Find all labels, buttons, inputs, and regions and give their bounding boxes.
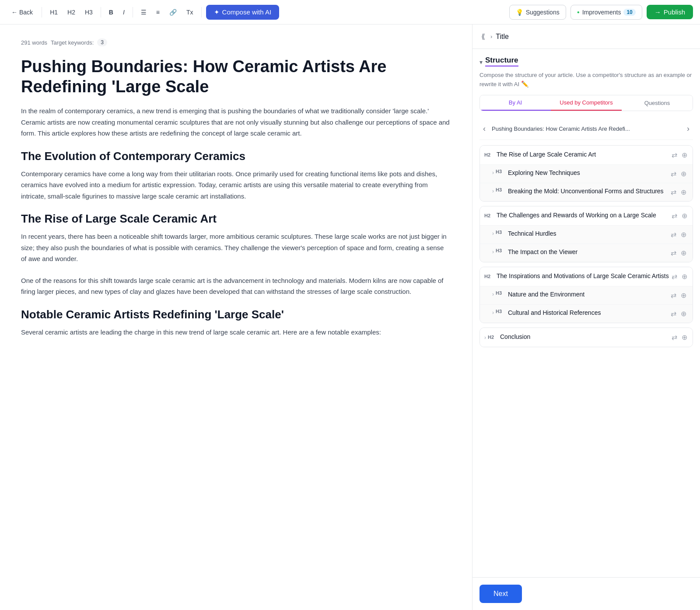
competitor-prev-button[interactable]: ‹ <box>480 122 489 135</box>
clear-format-button[interactable]: Tx <box>183 7 197 18</box>
h2-replace-button-3[interactable]: ⇄ <box>671 272 678 282</box>
h3-text-2-2: The Impact on the Viewer <box>508 248 670 257</box>
bold-button[interactable]: B <box>105 7 117 18</box>
h2-add-button-1[interactable]: ⊕ <box>681 150 688 160</box>
back-arrow-icon: ← <box>11 9 18 16</box>
h3-tag-2-1: H3 <box>496 230 505 235</box>
structure-section: ▾ Structure Compose the structure of you… <box>472 49 700 577</box>
h2-actions-3: ⇄ ⊕ <box>671 272 688 282</box>
structure-group-4: › H2 Conclusion ⇄ ⊕ <box>480 328 693 347</box>
article-h2-3: Notable Ceramic Artists Redefining 'Larg… <box>21 308 451 321</box>
italic-button[interactable]: I <box>119 7 128 18</box>
panel-title-bar: ⟪ › Title <box>472 24 700 49</box>
next-button[interactable]: Next <box>480 585 522 603</box>
back-button[interactable]: ← Back <box>7 6 37 18</box>
improvements-count: 10 <box>623 9 635 16</box>
word-count-text: 291 words <box>21 39 47 46</box>
h3-replace-button-3-2[interactable]: ⇄ <box>670 309 677 319</box>
compose-ai-label: Compose with AI <box>222 8 272 16</box>
h3-replace-button-1-1[interactable]: ⇄ <box>670 169 677 179</box>
toolbar-divider-4 <box>201 7 202 17</box>
h2-text-1: The Rise of Large Scale Ceramic Art <box>497 150 671 159</box>
h3-add-button-3-2[interactable]: ⊕ <box>680 309 687 319</box>
h2-actions-1: ⇄ ⊕ <box>671 150 688 160</box>
h3-replace-button-3-1[interactable]: ⇄ <box>670 290 677 300</box>
suggestions-label: Suggestions <box>526 9 560 16</box>
h3-chevron-2-1: › <box>492 230 494 237</box>
competitor-next-button[interactable]: › <box>683 122 693 135</box>
h2-add-button-3[interactable]: ⊕ <box>681 272 688 282</box>
h3-chevron-2-2: › <box>492 249 494 255</box>
h2-add-button-4[interactable]: ⊕ <box>681 332 688 342</box>
h3-add-button-3-1[interactable]: ⊕ <box>680 290 687 300</box>
panel-footer: Next <box>472 577 700 610</box>
h2-row-3: H2 The Inspirations and Motivations of L… <box>480 267 693 286</box>
h3-tag-3-1: H3 <box>496 290 505 296</box>
h3-tag-1-2: H3 <box>496 187 505 192</box>
conclusion-chevron: › <box>484 335 486 341</box>
h3-replace-button-1-2[interactable]: ⇄ <box>670 187 677 197</box>
suggestions-button[interactable]: 💡 Suggestions <box>509 5 566 20</box>
h3-tag-1-1: H3 <box>496 169 505 174</box>
h3-row-1-1: › H3 Exploring New Techniques ⇄ ⊕ <box>480 164 693 183</box>
right-panel: ⟪ › Title ▾ Structure Compose the struct… <box>472 24 700 610</box>
compose-ai-icon: ✦ <box>214 8 220 16</box>
h3-text-1-2: Breaking the Mold: Unconventional Forms … <box>508 187 670 196</box>
h3-text-2-1: Technical Hurdles <box>508 230 670 238</box>
h2-row-2: H2 The Challenges and Rewards of Working… <box>480 206 693 225</box>
article-body-1: Contemporary ceramics have come a long w… <box>21 168 451 202</box>
h2-tag-2: H2 <box>484 213 494 218</box>
h3-add-button-1-2[interactable]: ⊕ <box>680 187 687 197</box>
h2-actions-4: ⇄ ⊕ <box>671 332 688 342</box>
h3-replace-button-2-1[interactable]: ⇄ <box>670 230 677 240</box>
panel-collapse-button[interactable]: ⟪ <box>480 31 487 42</box>
unordered-list-button[interactable]: ≡ <box>153 7 163 18</box>
h3-add-button-2-2[interactable]: ⊕ <box>680 248 687 258</box>
h2-add-button-2[interactable]: ⊕ <box>681 211 688 221</box>
ordered-list-button[interactable]: ☰ <box>137 7 150 18</box>
back-label: Back <box>19 9 33 16</box>
suggestions-icon: 💡 <box>516 9 523 16</box>
h2-tag-4: H2 <box>488 335 497 340</box>
publish-icon: → <box>654 8 661 16</box>
h2-button[interactable]: H2 <box>64 7 79 18</box>
structure-collapse-button[interactable]: ▾ <box>480 59 483 66</box>
article-h2-1: The Evolution of Contemporary Ceramics <box>21 150 451 163</box>
structure-group-3: H2 The Inspirations and Motivations of L… <box>480 267 693 323</box>
improvements-label: Improvements <box>582 9 621 16</box>
article-title: Pushing Boundaries: How Ceramic Artists … <box>21 57 451 97</box>
h3-add-button-2-1[interactable]: ⊕ <box>680 230 687 240</box>
h2-replace-button-1[interactable]: ⇄ <box>671 150 678 160</box>
h3-replace-button-2-2[interactable]: ⇄ <box>670 248 677 258</box>
tab-used-by-competitors[interactable]: Used by Competitors <box>551 95 622 111</box>
h2-replace-button-2[interactable]: ⇄ <box>671 211 678 221</box>
improvements-dot-icon: ● <box>577 10 580 14</box>
structure-header: ▾ Structure Compose the structure of you… <box>480 56 693 89</box>
h2-replace-button-4[interactable]: ⇄ <box>671 332 678 342</box>
improvements-button[interactable]: ● Improvements 10 <box>570 5 642 20</box>
h3-chevron-1-1: › <box>492 170 494 176</box>
h3-tag-3-2: H3 <box>496 309 505 314</box>
article-intro: In the realm of contemporary ceramics, a… <box>21 105 451 139</box>
h2-actions-2: ⇄ ⊕ <box>671 211 688 221</box>
tab-questions[interactable]: Questions <box>622 95 693 111</box>
h3-actions-3-1: ⇄ ⊕ <box>670 290 687 300</box>
toolbar-right: 💡 Suggestions ● Improvements 10 → Publis… <box>509 5 693 20</box>
h3-actions-2-1: ⇄ ⊕ <box>670 230 687 240</box>
h3-text-3-1: Nature and the Environment <box>508 290 670 299</box>
h1-button[interactable]: H1 <box>46 7 61 18</box>
panel-title-chevron: › <box>490 33 492 40</box>
h3-chevron-1-2: › <box>492 188 494 194</box>
h3-text-3-2: Cultural and Historical References <box>508 309 670 317</box>
tab-by-ai[interactable]: By AI <box>480 95 551 111</box>
h2-tag-1: H2 <box>484 152 494 157</box>
structure-group-2: H2 The Challenges and Rewards of Working… <box>480 206 693 262</box>
h3-button[interactable]: H3 <box>81 7 96 18</box>
h2-text-2: The Challenges and Rewards of Working on… <box>497 211 671 220</box>
link-button[interactable]: 🔗 <box>166 7 180 18</box>
compose-ai-button[interactable]: ✦ Compose with AI <box>206 5 280 20</box>
article-body-3: One of the reasons for this shift toward… <box>21 275 451 297</box>
publish-button[interactable]: → Publish <box>647 5 693 19</box>
editor-pane[interactable]: 291 words Target keywords: 3 Pushing Bou… <box>0 24 472 610</box>
h3-add-button-1-1[interactable]: ⊕ <box>680 169 687 179</box>
